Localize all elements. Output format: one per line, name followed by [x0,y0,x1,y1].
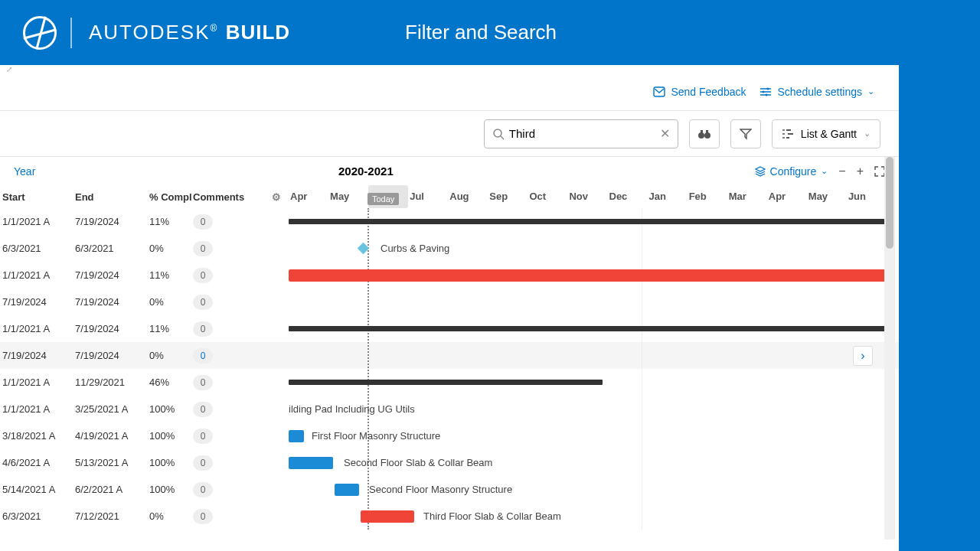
page-title: Filter and Search [405,21,557,44]
col-end-header[interactable]: End [75,191,149,203]
list-gantt-icon [782,129,794,139]
bar-label: Curbs & Paving [381,243,449,254]
svg-rect-10 [788,133,793,135]
cell-compl: 100% [149,430,193,442]
gantt-bar[interactable] [289,430,304,442]
collapse-icon[interactable]: ⤢ [0,65,899,73]
gantt-bar[interactable] [335,484,359,496]
settings-bars-icon [760,86,772,97]
gantt-area: Start End % Compl Comments ⚙ AprMayJunJu… [0,185,899,530]
expand-icon [874,166,885,177]
gantt-bar[interactable] [289,380,603,385]
cell-start: 1/1/2021 A [0,377,75,388]
configure-label: Configure [770,165,817,178]
view-mode-select[interactable]: List & Gantt ⌄ [772,119,880,148]
gantt-bar-critical[interactable] [361,510,414,523]
svg-rect-7 [701,130,703,134]
comment-count-pill[interactable]: 0 [193,375,213,390]
comment-count-pill[interactable]: 0 [193,241,213,256]
comment-count-pill[interactable]: 0 [193,402,213,417]
gantt-bar[interactable] [289,219,887,224]
layers-icon [755,166,766,177]
binoculars-button[interactable] [689,119,720,148]
settings-label: Schedule settings [777,86,862,98]
clear-search-icon[interactable]: ✕ [660,126,670,141]
cell-end: 3/25/2021 A [75,403,149,415]
brand-text: AUTODESK® BUILD [89,21,290,44]
col-compl-header[interactable]: % Compl [149,191,193,203]
bar-label: Third Floor Slab & Collar Beam [423,510,561,522]
zoom-in-button[interactable]: + [857,165,864,178]
cell-end: 7/12/2021 [75,510,149,522]
vertical-scrollbar[interactable] [884,157,895,540]
cell-compl: 0% [149,296,193,308]
cell-comments: 0 [193,375,270,390]
cell-start: 7/19/2024 [0,296,75,308]
gantt-bar[interactable] [289,457,333,469]
cell-end: 11/29/2021 [75,377,149,388]
cell-end: 7/19/2024 [75,296,149,308]
today-line [368,208,369,530]
cell-start: 6/3/2021 [0,510,75,522]
send-feedback-button[interactable]: Send Feedback [653,86,746,98]
scroll-right-button[interactable]: › [853,346,873,366]
cell-end: 7/19/2024 [75,269,149,281]
comment-count-pill[interactable]: 0 [193,482,213,497]
filter-icon [740,128,752,140]
zoom-out-button[interactable]: − [838,165,845,178]
gantt-bar[interactable] [289,326,887,331]
col-start-header[interactable]: Start [0,191,75,203]
bar-label: Second Floor Masonry Structure [369,484,512,495]
cell-compl: 0% [149,510,193,522]
chevron-down-icon: ⌄ [864,129,871,139]
svg-point-4 [494,129,501,137]
schedule-settings-button[interactable]: Schedule settings ⌄ [760,86,874,98]
view-mode-label: List & Gantt [801,128,857,140]
table-rows: 1/1/2021 A7/19/202411%06/3/20216/3/20210… [0,208,899,530]
col-comments-header[interactable]: Comments [193,191,270,203]
cell-compl: 11% [149,216,193,227]
month-header: Jul [408,185,448,208]
cell-start: 1/1/2021 A [0,216,75,227]
bar-label: Second Floor Slab & Collar Beam [344,457,492,468]
year-scale-label[interactable]: Year [14,165,35,178]
filter-button[interactable] [730,119,761,148]
cell-compl: 100% [149,403,193,415]
fullscreen-button[interactable] [874,166,885,177]
svg-rect-0 [654,87,665,96]
today-badge: Today [368,193,399,205]
cell-compl: 100% [149,457,193,468]
comment-count-pill[interactable]: 0 [193,214,213,230]
bar-label: First Floor Masonry Structure [312,430,440,442]
comment-count-pill[interactable]: 0 [193,509,213,524]
table-settings-icon[interactable]: ⚙ [272,191,281,203]
chevron-down-icon: ⌄ [821,166,828,176]
gantt-bar-critical[interactable] [289,269,887,282]
search-input[interactable] [509,127,660,140]
top-toolbar: Send Feedback Schedule settings ⌄ [0,73,899,111]
comment-count-pill[interactable]: 0 [193,455,213,471]
svg-point-2 [763,90,765,93]
cell-compl: 11% [149,269,193,281]
cell-start: 5/14/2021 A [0,484,75,495]
date-range-label: 2020-2021 [338,165,394,178]
cell-compl: 0% [149,350,193,361]
month-header: Apr [289,185,328,208]
comment-count-pill[interactable]: 0 [193,321,213,337]
month-header: Aug [448,185,488,208]
chevron-down-icon: ⌄ [867,86,874,96]
comment-count-pill[interactable]: 0 [193,295,213,310]
comment-count-pill[interactable]: 0 [193,268,213,283]
comment-count-pill[interactable]: 0 [193,429,213,444]
cell-comments: 0 [193,241,270,256]
cell-end: 4/19/2021 A [75,430,149,442]
cell-end: 7/19/2024 [75,216,149,227]
timeline-toolbar: Year 2020-2021 Configure ⌄ − + [0,157,899,185]
gridline [642,208,642,530]
cell-comments: 0 [193,402,270,417]
cell-comments: 0 [193,482,270,497]
scrollbar-thumb[interactable] [886,157,893,249]
configure-button[interactable]: Configure ⌄ [755,165,828,178]
cell-comments: 0 [193,214,270,230]
comment-count-pill[interactable]: 0 [193,348,213,364]
